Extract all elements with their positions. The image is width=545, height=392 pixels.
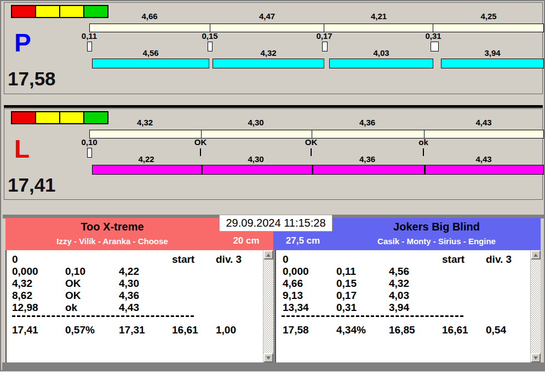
run-bar-segment xyxy=(201,165,312,174)
app-screen: P 4,66 4,47 4,21 4,25 0,11 0,15 0,17 0,3… xyxy=(0,0,545,392)
split-time-label: 4,30 xyxy=(200,118,311,127)
lane-letter-p: P xyxy=(14,30,31,55)
split-time-label: 4,25 xyxy=(433,12,544,21)
table-total-cell: 16,61 xyxy=(442,324,468,336)
table-cell: 4,43 xyxy=(119,302,139,314)
exchange-status-label: OK xyxy=(298,138,324,147)
run-bar-segment xyxy=(93,165,201,174)
light-yellow2-icon xyxy=(59,111,84,124)
arrow-up-icon xyxy=(266,253,271,257)
table-cell: 4,22 xyxy=(119,266,139,278)
split-segment xyxy=(324,24,432,32)
team-dogs: Izzy - Vilík - Aranka - Choose xyxy=(5,237,219,246)
split-time-label: 4,43 xyxy=(423,118,544,127)
datetime-display: 29.09.2024 11:15:28 xyxy=(219,215,332,232)
scroll-down-button[interactable] xyxy=(531,353,541,362)
table-scrollbar[interactable] xyxy=(263,250,273,362)
table-cell: OK xyxy=(65,290,81,302)
lane-total-p: 17,58 xyxy=(8,69,56,88)
run-time-label: 4,22 xyxy=(92,155,200,164)
table-total-cell: 17,31 xyxy=(119,324,145,336)
split-time-label: 4,66 xyxy=(89,12,210,21)
table-cell: 4,30 xyxy=(119,278,139,290)
split-segment xyxy=(90,130,201,138)
light-yellow2-icon xyxy=(59,5,84,18)
table-cell: 4,32 xyxy=(12,278,32,290)
lane-panel-l: L 4,32 4,30 4,36 4,43 0,10 OK OK ok 4,22… xyxy=(4,108,543,200)
exchange-time-label: 0,10 xyxy=(76,138,102,147)
table-col-start: start xyxy=(442,253,464,266)
split-segment xyxy=(433,24,543,32)
run-time-label: 4,32 xyxy=(213,49,324,57)
exchange-status-label: OK xyxy=(187,138,214,147)
run-time-label: 4,56 xyxy=(92,49,209,57)
table-cell: 0 xyxy=(283,253,289,266)
table-total-cell: 4,34% xyxy=(336,324,366,336)
scroll-up-button[interactable] xyxy=(263,250,273,260)
run-bar-l xyxy=(92,165,544,175)
results-table-right: 0 start div. 3 0,000 0,11 4,56 4,66 0,15… xyxy=(275,250,541,362)
run-time-label: 3,94 xyxy=(441,49,544,57)
run-bar-segment xyxy=(441,59,544,68)
light-yellow1-icon xyxy=(35,111,60,124)
team-dogs: Casík - Monty - Sirius - Engine xyxy=(332,237,541,246)
table-total-cell: 0,54 xyxy=(486,324,506,336)
timing-window: P 4,66 4,47 4,21 4,25 0,11 0,15 0,17 0,3… xyxy=(0,0,545,371)
table-cell: 4,03 xyxy=(389,290,409,302)
run-bar-segment xyxy=(312,165,424,174)
scroll-down-button[interactable] xyxy=(263,353,273,362)
table-cell: 12,98 xyxy=(12,302,38,314)
run-bar-segment xyxy=(92,59,209,68)
light-yellow1-icon xyxy=(35,5,60,18)
table-total-cell: 16,61 xyxy=(172,324,198,336)
lane-divider xyxy=(4,105,543,108)
exchange-gap-marker xyxy=(87,42,92,51)
table-cell: 0 xyxy=(12,253,18,266)
run-time-label: 4,43 xyxy=(423,155,544,164)
table-total-cell: 0,57% xyxy=(65,324,95,336)
split-time-label: 4,21 xyxy=(324,12,433,21)
table-separator xyxy=(282,315,463,317)
table-scrollbar[interactable] xyxy=(530,250,541,362)
arrow-up-icon xyxy=(533,253,538,257)
table-cell: 9,13 xyxy=(283,290,303,302)
split-time-label: 4,47 xyxy=(210,12,324,21)
table-cell: 4,36 xyxy=(119,290,139,302)
run-bar-segment xyxy=(329,59,433,68)
run-time-label: 4,30 xyxy=(200,155,311,164)
split-segment xyxy=(90,24,210,32)
table-cell: 4,32 xyxy=(389,278,409,290)
lane-panel-p: P 4,66 4,47 4,21 4,25 0,11 0,15 0,17 0,3… xyxy=(4,2,543,94)
table-cell: 8,62 xyxy=(12,290,32,302)
split-segment xyxy=(201,130,312,138)
split-segment xyxy=(210,24,324,32)
arrow-down-icon xyxy=(533,356,538,360)
table-col-div: div. 3 xyxy=(216,253,242,266)
table-col-div: div. 3 xyxy=(486,253,512,266)
exchange-time-label: 0,15 xyxy=(197,32,223,41)
table-cell: 13,34 xyxy=(283,302,309,314)
table-total-cell: 17,41 xyxy=(12,324,38,336)
table-cell: 0,11 xyxy=(336,266,356,278)
jump-height: 27,5 cm xyxy=(273,235,332,246)
run-time-label: 4,03 xyxy=(329,49,433,57)
scroll-up-button[interactable] xyxy=(531,250,541,260)
split-time-label: 4,36 xyxy=(311,118,423,127)
run-time-label: 4,36 xyxy=(311,155,423,164)
lane-total-l: 17,41 xyxy=(8,175,56,194)
table-total-cell: 1,00 xyxy=(216,324,236,336)
light-red-icon xyxy=(11,5,36,18)
run-bar-segment xyxy=(213,59,324,68)
table-cell: 4,56 xyxy=(389,266,409,278)
exchange-gap-marker xyxy=(87,148,92,158)
table-cell: 0,000 xyxy=(12,266,38,278)
table-cell: 0,15 xyxy=(336,278,357,290)
team-name: Too X-treme xyxy=(5,221,219,233)
table-cell: 0,000 xyxy=(283,266,309,278)
table-cell: 3,94 xyxy=(389,302,409,314)
split-segment xyxy=(424,130,543,138)
light-red-icon xyxy=(11,111,36,124)
table-cell: OK xyxy=(65,278,81,290)
table-total-cell: 17,58 xyxy=(283,324,309,336)
exchange-time-label: 0,17 xyxy=(311,32,337,41)
